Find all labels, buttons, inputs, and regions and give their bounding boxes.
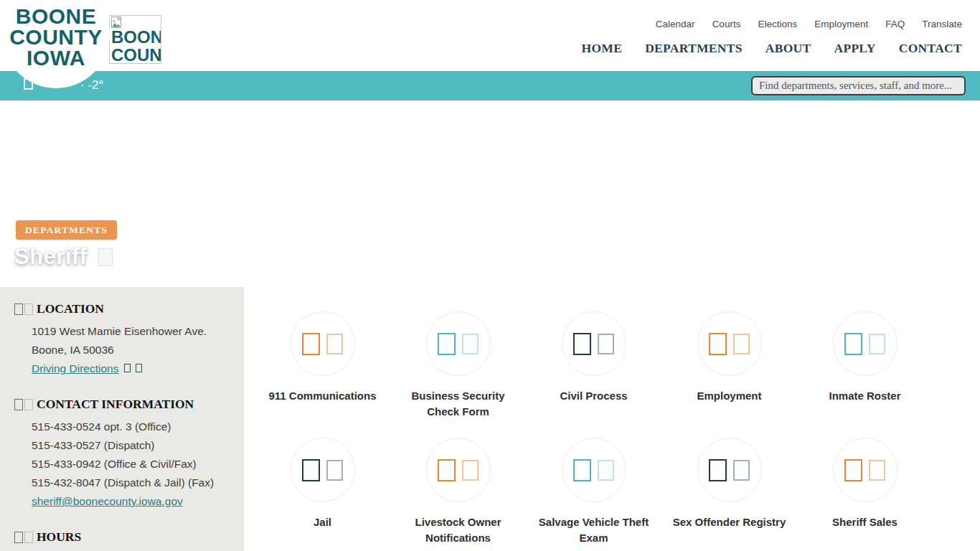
location-pin-icon-duotone (24, 303, 33, 315)
service-tile-salvage-vehicle-theft-exam[interactable]: Salvage Vehicle Theft Exam (526, 438, 661, 546)
quick-link-translate[interactable]: Translate (922, 19, 962, 29)
address-line-2: Boone, IA 50036 (32, 341, 230, 359)
service-tile-livestock-owner-notifications[interactable]: Livestock Owner Notifications (390, 438, 526, 546)
hero-banner: DEPARTMENTS Sheriff (0, 100, 980, 287)
service-icon-circle (562, 438, 626, 502)
service-label: Livestock Owner Notifications (390, 514, 526, 546)
missing-glyph-icon (733, 460, 750, 481)
quick-links: Calendar Courts Elections Employment FAQ… (656, 19, 962, 29)
phone-icon-duotone (24, 399, 33, 410)
clock-icon-duotone (24, 532, 33, 543)
phone-icon (14, 399, 23, 410)
service-icon-circle (833, 311, 897, 376)
service-tile-jail[interactable]: Jail (255, 438, 390, 546)
departments-badge[interactable]: DEPARTMENTS (16, 220, 117, 240)
service-icon-circle (426, 311, 491, 376)
quick-link-calendar[interactable]: Calendar (656, 19, 695, 29)
phone-line: 515-433-0942 (Office & Civil/Fax) (32, 455, 230, 474)
page-title: Sheriff (14, 244, 88, 270)
address-line-1: 1019 West Mamie Eisenhower Ave. (32, 322, 230, 341)
email-link[interactable]: sheriff@boonecounty.iowa.gov (32, 495, 183, 507)
service-label: Jail (255, 514, 390, 530)
phone-line: 515-432-8047 (Dispatch & Jail) (Fax) (32, 474, 230, 492)
logo-line-1: BOONE (16, 6, 97, 27)
missing-glyph-icon (598, 334, 614, 354)
search-input[interactable] (751, 76, 966, 95)
contact-heading-label: CONTACT INFORMATION (37, 397, 194, 412)
service-icon-circle (833, 438, 897, 502)
quick-link-courts[interactable]: Courts (712, 19, 741, 29)
service-icon-circle (426, 438, 491, 502)
service-label: Inmate Roster (797, 388, 933, 404)
location-pin-icon (14, 303, 23, 315)
missing-glyph-icon (438, 459, 456, 481)
nav-departments[interactable]: DEPARTMENTS (645, 41, 743, 56)
quick-link-elections[interactable]: Elections (758, 19, 797, 29)
service-icon-circle (291, 311, 355, 376)
missing-glyph-icon (573, 459, 591, 481)
service-label: Sheriff Sales (797, 514, 933, 530)
hours-section: HOURS (14, 529, 230, 545)
missing-glyph-icon (302, 459, 320, 481)
external-link-icon-duotone (136, 364, 142, 372)
broken-logo-image[interactable]: BOONE COUNTY (109, 15, 161, 64)
service-tile-sex-offender-registry[interactable]: Sex Offender Registry (661, 438, 797, 546)
missing-glyph-icon (709, 333, 727, 355)
missing-glyph-icon (869, 460, 885, 481)
missing-glyph-icon (598, 460, 614, 481)
services-grid: 911 Communications Business Security Che… (244, 287, 980, 551)
service-label: Sex Offender Registry (661, 514, 797, 530)
missing-glyph-icon (438, 333, 456, 355)
missing-glyph-icon (462, 460, 479, 481)
nav-apply[interactable]: APPLY (834, 41, 875, 56)
contact-section: CONTACT INFORMATION 515-433-0524 opt. 3 … (14, 397, 230, 511)
clock-icon (14, 532, 23, 543)
site-header: Calendar Courts Elections Employment FAQ… (0, 0, 980, 71)
service-label: Civil Process (526, 388, 661, 404)
driving-directions-link[interactable]: Driving Directions (32, 362, 118, 375)
contact-heading: CONTACT INFORMATION (14, 397, 230, 412)
service-icon-circle (562, 311, 626, 376)
department-info-sidebar: LOCATION 1019 West Mamie Eisenhower Ave.… (0, 287, 244, 551)
service-tile-sheriff-sales[interactable]: Sheriff Sales (797, 438, 933, 546)
quick-link-faq[interactable]: FAQ (885, 19, 905, 29)
service-tile-business-security-check-form[interactable]: Business Security Check Form (390, 311, 526, 420)
service-icon-circle (697, 311, 762, 376)
broken-logo-alt-text: BOONE COUNTY (111, 28, 161, 64)
nav-home[interactable]: HOME (582, 41, 623, 56)
audio-readout-icon[interactable] (98, 248, 113, 266)
service-icon-circle (697, 438, 762, 502)
service-label: 911 Communications (255, 388, 390, 404)
quick-link-employment[interactable]: Employment (814, 19, 868, 29)
missing-glyph-icon (844, 333, 862, 355)
phone-line: 515-433-0527 (Dispatch) (32, 436, 230, 455)
missing-glyph-icon (462, 334, 479, 354)
logo-line-2: COUNTY (9, 27, 103, 47)
service-label: Business Security Check Form (390, 388, 526, 420)
service-tile-inmate-roster[interactable]: Inmate Roster (797, 311, 933, 420)
missing-glyph-icon (869, 334, 885, 354)
service-icon-circle (291, 438, 355, 502)
missing-glyph-icon (573, 333, 591, 355)
utility-bar: · -2° (0, 71, 980, 100)
missing-glyph-icon (326, 334, 343, 354)
phone-line: 515-433-0524 opt. 3 (Office) (32, 418, 230, 436)
location-heading-label: LOCATION (37, 301, 104, 316)
service-label: Salvage Vehicle Theft Exam (526, 514, 661, 546)
nav-contact[interactable]: CONTACT (899, 41, 962, 56)
service-tile-civil-process[interactable]: Civil Process (526, 311, 661, 420)
logo-line-3: IOWA (27, 47, 85, 68)
hours-heading: HOURS (14, 529, 230, 545)
location-section: LOCATION 1019 West Mamie Eisenhower Ave.… (14, 301, 230, 378)
service-label: Employment (661, 388, 797, 404)
service-tile-911-communications[interactable]: 911 Communications (255, 311, 390, 420)
missing-glyph-icon (709, 459, 727, 481)
missing-glyph-icon (733, 334, 750, 354)
service-tile-employment[interactable]: Employment (661, 311, 797, 420)
hours-heading-label: HOURS (37, 529, 81, 545)
missing-glyph-icon (844, 459, 862, 481)
external-link-icon (124, 364, 131, 372)
nav-about[interactable]: ABOUT (765, 41, 811, 56)
location-heading: LOCATION (14, 301, 230, 316)
missing-glyph-icon (302, 333, 320, 355)
